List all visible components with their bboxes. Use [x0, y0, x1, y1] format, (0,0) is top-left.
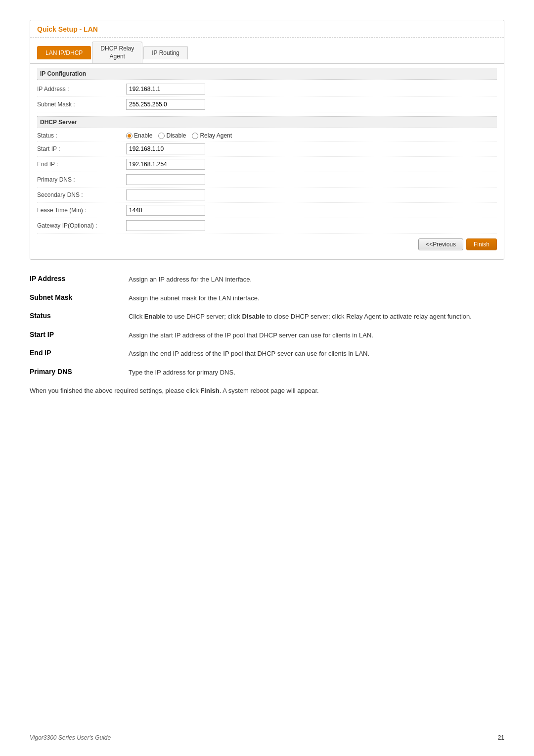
- desc-def-end-ip: Assign the end IP address of the IP pool…: [129, 349, 369, 359]
- desc-term-status: Status: [30, 312, 129, 320]
- radio-group-status: Enable Disable Relay Agent: [126, 132, 232, 139]
- radio-disable[interactable]: Disable: [158, 132, 186, 139]
- desc-term-subnet-mask: Subnet Mask: [30, 293, 129, 301]
- tab-bar: LAN IP/DHCP DHCP RelayAgent IP Routing: [30, 38, 504, 64]
- form-row-end-ip: End IP :: [37, 157, 497, 172]
- radio-label-relay: Relay Agent: [200, 132, 232, 139]
- tab-dhcp-relay-agent[interactable]: DHCP RelayAgent: [92, 42, 142, 63]
- label-primary-dns: Primary DNS :: [37, 176, 126, 183]
- label-start-ip: Start IP :: [37, 145, 126, 152]
- radio-label-disable: Disable: [166, 132, 186, 139]
- tab-ip-routing[interactable]: IP Routing: [143, 46, 188, 59]
- label-lease-time: Lease Time (Min) :: [37, 207, 126, 214]
- form-row-start-ip: Start IP :: [37, 142, 497, 157]
- desc-term-start-ip: Start IP: [30, 331, 129, 338]
- footer-note: When you finished the above required set…: [30, 386, 504, 396]
- form-row-primary-dns: Primary DNS :: [37, 172, 497, 188]
- desc-row-start-ip: Start IP Assign the start IP address of …: [30, 331, 504, 340]
- panel-title: Quick Setup - LAN: [30, 20, 504, 38]
- finish-button[interactable]: Finish: [466, 238, 497, 250]
- radio-circle-disable: [158, 133, 165, 139]
- desc-row-primary-dns: Primary DNS Type the IP address for prim…: [30, 368, 504, 378]
- desc-row-subnet-mask: Subnet Mask Assign the subnet mask for t…: [30, 293, 504, 303]
- desc-term-primary-dns: Primary DNS: [30, 368, 129, 376]
- radio-enable[interactable]: Enable: [126, 132, 152, 139]
- tab-lan-ip-dhcp[interactable]: LAN IP/DHCP: [37, 46, 91, 59]
- previous-button[interactable]: <<Previous: [418, 238, 463, 250]
- radio-label-enable: Enable: [134, 132, 152, 139]
- radio-circle-relay: [192, 133, 198, 139]
- radio-circle-enable: [126, 133, 133, 139]
- form-row-secondary-dns: Secondary DNS :: [37, 188, 497, 203]
- desc-row-end-ip: End IP Assign the end IP address of the …: [30, 349, 504, 359]
- button-row: <<Previous Finish: [37, 234, 497, 252]
- page-footer: Vigor3300 Series User's Guide 21: [30, 730, 504, 741]
- desc-def-ip-address: Assign an IP address for the LAN interfa…: [129, 275, 252, 284]
- desc-term-ip-address: IP Address: [30, 275, 129, 283]
- desc-row-ip-address: IP Address Assign an IP address for the …: [30, 275, 504, 284]
- input-secondary-dns[interactable]: [126, 189, 205, 200]
- form-row-status: Status : Enable Disable Relay Agent: [37, 130, 497, 142]
- desc-def-primary-dns: Type the IP address for primary DNS.: [129, 368, 235, 378]
- input-start-ip[interactable]: [126, 143, 205, 154]
- radio-relay-agent[interactable]: Relay Agent: [192, 132, 232, 139]
- input-lease-time[interactable]: [126, 205, 205, 216]
- input-gateway-ip[interactable]: [126, 220, 205, 231]
- form-area: IP Configuration IP Address : Subnet Mas…: [30, 68, 504, 259]
- quick-setup-panel: Quick Setup - LAN LAN IP/DHCP DHCP Relay…: [30, 20, 504, 260]
- label-status: Status :: [37, 132, 126, 139]
- input-ip-address[interactable]: [126, 84, 205, 94]
- section-dhcp-server: DHCP Server: [37, 116, 497, 128]
- label-ip-address: IP Address :: [37, 86, 126, 93]
- desc-def-status: Click Enable to use DHCP server; click D…: [129, 312, 472, 322]
- desc-row-status: Status Click Enable to use DHCP server; …: [30, 312, 504, 322]
- desc-def-subnet-mask: Assign the subnet mask for the LAN inter…: [129, 293, 259, 303]
- form-row-subnet-mask: Subnet Mask :: [37, 97, 497, 112]
- label-gateway-ip: Gateway IP(Optional) :: [37, 222, 126, 229]
- label-subnet-mask: Subnet Mask :: [37, 101, 126, 108]
- section-ip-config: IP Configuration: [37, 68, 497, 80]
- desc-def-start-ip: Assign the start IP address of the IP po…: [129, 331, 373, 340]
- label-secondary-dns: Secondary DNS :: [37, 191, 126, 198]
- input-primary-dns[interactable]: [126, 174, 205, 185]
- form-row-gateway-ip: Gateway IP(Optional) :: [37, 218, 497, 234]
- label-end-ip: End IP :: [37, 161, 126, 168]
- input-end-ip[interactable]: [126, 159, 205, 170]
- description-section: IP Address Assign an IP address for the …: [30, 275, 504, 396]
- form-row-ip-address: IP Address :: [37, 82, 497, 97]
- input-subnet-mask[interactable]: [126, 99, 205, 110]
- form-row-lease-time: Lease Time (Min) :: [37, 203, 497, 218]
- footer-product-label: Vigor3300 Series User's Guide: [30, 734, 111, 741]
- footer-page-number: 21: [498, 734, 504, 741]
- desc-term-end-ip: End IP: [30, 349, 129, 357]
